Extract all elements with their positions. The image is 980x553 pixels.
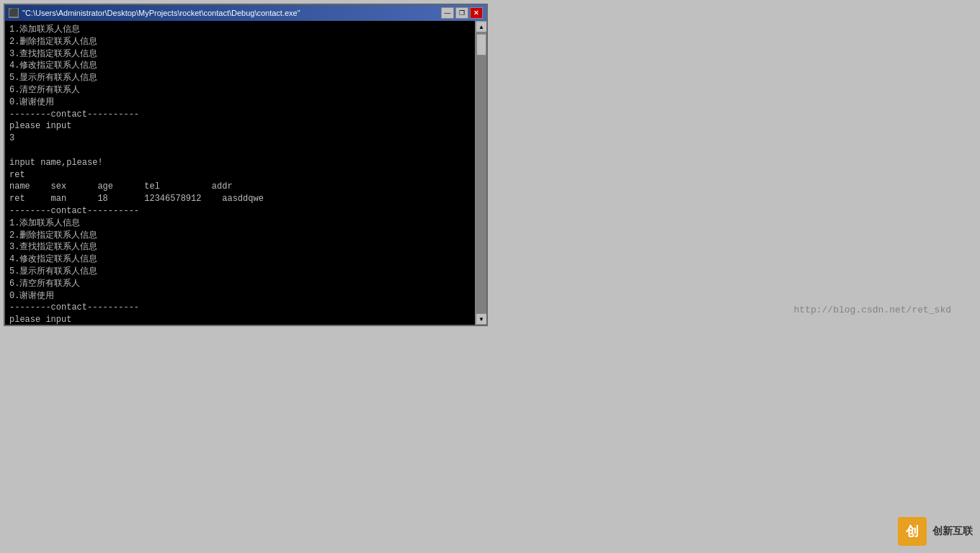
scrollbar-thumb[interactable] [476,34,486,55]
scroll-down-button[interactable]: ▼ [476,313,486,325]
console-output[interactable]: 1.添加联系人信息 2.删除指定联系人信息 3.查找指定联系人信息 4.修改指定… [5,21,475,325]
title-bar: ⬛ "C:\Users\Administrator\Desktop\MyProj… [5,5,486,21]
scrollbar-track[interactable] [476,32,486,313]
scroll-up-button[interactable]: ▲ [476,21,486,32]
cmd-window: ⬛ "C:\Users\Administrator\Desktop\MyProj… [4,4,488,326]
minimize-button[interactable]: — [441,7,454,19]
logo-area: 创 创新互联 [898,517,973,546]
logo-text: 创新互联 [932,525,973,538]
logo-icon: 创 [898,517,927,546]
console-area: 1.添加联系人信息 2.删除指定联系人信息 3.查找指定联系人信息 4.修改指定… [5,21,486,325]
close-button[interactable]: ✕ [470,7,483,19]
restore-button[interactable]: ❐ [455,7,468,19]
window-icon: ⬛ [9,8,19,18]
watermark-text: http://blog.csdn.net/ret_skd [794,305,951,315]
title-bar-buttons: — ❐ ✕ [441,7,483,19]
scrollbar[interactable]: ▲ ▼ [475,21,486,325]
window-title: "C:\Users\Administrator\Desktop\MyProjec… [22,9,300,17]
title-bar-left: ⬛ "C:\Users\Administrator\Desktop\MyProj… [9,8,300,18]
